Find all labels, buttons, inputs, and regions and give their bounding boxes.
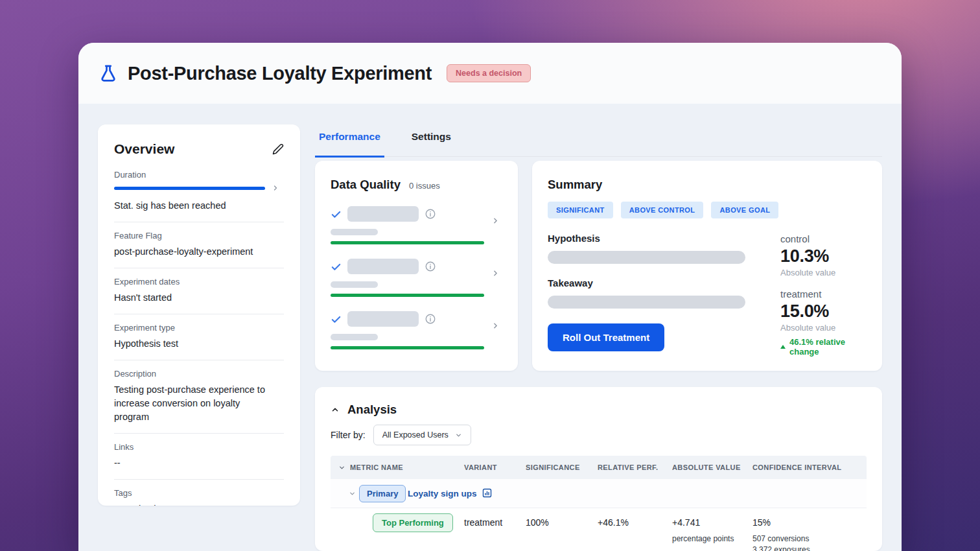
analysis-card: Analysis Filter by: All Exposed Users ME… <box>315 387 882 551</box>
check-icon <box>331 261 342 272</box>
edit-pencil-icon[interactable] <box>272 143 284 155</box>
quality-progress-bar <box>331 294 484 297</box>
absolute-value-cell: +4.741 <box>672 517 700 528</box>
field-label: Experiment type <box>114 323 284 333</box>
above-control-badge: ABOVE CONTROL <box>621 202 704 218</box>
tags-label: Tags <box>114 488 284 498</box>
chevron-down-icon[interactable] <box>349 490 356 497</box>
roll-out-treatment-button[interactable]: Roll Out Treatment <box>548 323 664 351</box>
quality-progress-bar <box>331 241 484 244</box>
flask-icon <box>99 64 118 83</box>
skeleton-placeholder <box>331 334 378 340</box>
summary-title: Summary <box>548 178 867 192</box>
exposures-count: 3,372 exposures <box>752 545 810 551</box>
chevron-right-icon[interactable] <box>491 322 500 330</box>
divider <box>114 360 284 360</box>
data-quality-issue-count: 0 issues <box>409 181 440 191</box>
metric-group-row: Primary Loyalty sign ups <box>331 479 867 508</box>
overview-title: Overview <box>114 141 174 157</box>
info-icon[interactable] <box>425 261 436 272</box>
quality-progress-bar <box>331 346 484 349</box>
column-header: METRIC NAME <box>350 463 403 471</box>
skeleton-placeholder <box>347 259 419 274</box>
audience-filter-dropdown[interactable]: All Exposed Users <box>373 425 471 445</box>
field-label: Description <box>114 369 284 379</box>
check-icon <box>331 314 342 325</box>
field-label: Feature Flag <box>114 231 284 240</box>
column-header: SIGNIFICANCE <box>526 463 580 471</box>
result-row: Top Performing treatment 100% +46.1% +4.… <box>331 508 867 551</box>
info-icon[interactable] <box>425 313 436 325</box>
overview-panel: Overview Duration Stat. sig has been rea… <box>98 124 300 506</box>
field-value: Testing post-purchase experience to incr… <box>114 383 276 424</box>
arrow-up-icon <box>780 345 786 349</box>
field-value: Hypothesis test <box>114 337 284 351</box>
table-header-row: METRIC NAME VARIANT SIGNIFICANCE RELATIV… <box>331 456 867 479</box>
above-goal-badge: ABOVE GOAL <box>711 202 778 218</box>
data-quality-check-row[interactable] <box>331 311 502 349</box>
divider <box>114 314 284 314</box>
treatment-value: 15.0% <box>780 301 867 322</box>
skeleton-placeholder <box>548 251 745 264</box>
info-icon[interactable] <box>425 208 436 220</box>
data-quality-card: Data Quality 0 issues <box>315 161 518 371</box>
filter-by-label: Filter by: <box>331 430 366 440</box>
chevron-right-icon[interactable] <box>491 217 500 225</box>
chevron-right-icon[interactable] <box>491 269 500 277</box>
duration-status: Stat. sig has been reached <box>114 199 284 213</box>
variant-cell: treatment <box>464 517 502 528</box>
primary-metric-badge: Primary <box>359 485 406 502</box>
audience-filter-value: All Exposed Users <box>382 430 449 440</box>
hypothesis-label: Hypothesis <box>548 233 745 244</box>
divider <box>114 479 284 480</box>
data-quality-title: Data Quality <box>331 178 401 192</box>
absolute-value-unit: percentage points <box>672 534 734 543</box>
metric-name-link[interactable]: Loyalty sign ups <box>408 489 477 498</box>
conversions-count: 507 conversions <box>752 534 809 543</box>
relative-perf-cell: +46.1% <box>598 517 629 528</box>
analysis-table: METRIC NAME VARIANT SIGNIFICANCE RELATIV… <box>331 456 867 551</box>
tab-performance[interactable]: Performance <box>315 126 384 158</box>
tab-bar: Performance Settings <box>315 126 882 157</box>
divider <box>114 222 284 222</box>
control-value: 10.3% <box>780 246 867 266</box>
column-header: CONFIDENCE INTERVAL <box>752 463 841 471</box>
collapse-chevron-up-icon[interactable] <box>331 405 340 414</box>
skeleton-placeholder <box>331 281 378 288</box>
chevron-down-icon[interactable] <box>338 464 345 471</box>
field-label: Links <box>114 442 284 452</box>
treatment-result: treatment 15.0% Absolute value 46.1% rel… <box>780 288 867 357</box>
field-value: Hasn't started <box>114 291 284 305</box>
page-title: Post-Purchase Loyalty Experiment <box>128 63 432 84</box>
skeleton-placeholder <box>331 229 378 235</box>
field-value: -- <box>114 456 284 470</box>
control-name: control <box>780 233 867 244</box>
field-value: post-purchase-loyalty-experiment <box>114 245 284 259</box>
duration-progress-bar <box>114 187 265 190</box>
chevron-down-icon <box>455 432 462 439</box>
chevron-right-icon[interactable] <box>272 184 279 192</box>
relative-change-text: 46.1% relative change <box>789 337 867 357</box>
bar-chart-icon[interactable] <box>482 487 493 498</box>
skeleton-placeholder <box>548 296 745 309</box>
skeleton-placeholder <box>347 206 419 222</box>
data-quality-check-row[interactable] <box>331 206 502 244</box>
experiment-window: Post-Purchase Loyalty Experiment Needs a… <box>78 43 902 551</box>
status-badge: Needs a decision <box>447 64 531 82</box>
treatment-name: treatment <box>780 288 867 299</box>
summary-card: Summary SIGNIFICANT ABOVE CONTROL ABOVE … <box>532 161 882 371</box>
column-header: RELATIVE PERF. <box>598 463 658 471</box>
experiment-header: Post-Purchase Loyalty Experiment Needs a… <box>78 43 902 104</box>
divider <box>114 433 284 434</box>
top-performing-badge: Top Performing <box>373 513 453 532</box>
data-quality-check-row[interactable] <box>331 259 502 297</box>
column-header: ABSOLUTE VALUE <box>672 463 741 471</box>
skeleton-placeholder <box>347 311 419 327</box>
duration-label: Duration <box>114 170 284 180</box>
treatment-caption: Absolute value <box>780 323 867 333</box>
check-icon <box>331 209 342 220</box>
control-caption: Absolute value <box>780 268 867 277</box>
tags-value: Hypothesis test <box>114 502 284 506</box>
tab-settings[interactable]: Settings <box>408 126 455 156</box>
analysis-title: Analysis <box>347 403 397 417</box>
